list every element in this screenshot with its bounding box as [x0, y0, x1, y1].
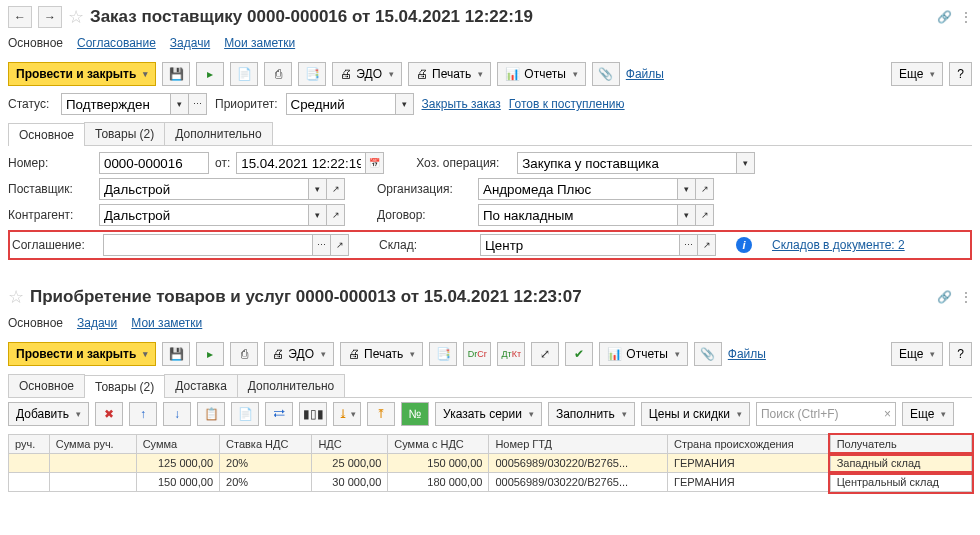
org-open-icon[interactable]: ↗	[696, 178, 714, 200]
col-sum[interactable]: Сумма	[136, 435, 219, 454]
series-button[interactable]: Указать серии	[435, 402, 542, 426]
ready-receive-link[interactable]: Готов к поступлению	[509, 97, 625, 111]
tab-goods[interactable]: Товары (2)	[84, 122, 165, 145]
n-icon[interactable]: №	[401, 402, 429, 426]
warehouse-input[interactable]	[480, 234, 680, 256]
number-input[interactable]	[99, 152, 209, 174]
kebab-icon[interactable]: ⋮	[960, 10, 972, 24]
nav-notes[interactable]: Мои заметки	[224, 36, 295, 50]
more-button2[interactable]: Еще	[891, 342, 943, 366]
scan-icon[interactable]: ⎙	[264, 62, 292, 86]
edo-button[interactable]: 🖨 ЭДО	[332, 62, 402, 86]
col-manual[interactable]: руч.	[9, 435, 50, 454]
org-input[interactable]	[478, 178, 678, 200]
edo-button2[interactable]: 🖨 ЭДО	[264, 342, 334, 366]
drcr-icon[interactable]: DrCr	[463, 342, 491, 366]
col-vat[interactable]: НДС	[312, 435, 388, 454]
create-based-icon[interactable]: 📄	[230, 62, 258, 86]
nav-approval[interactable]: Согласование	[77, 36, 156, 50]
move-up-icon[interactable]: ↑	[129, 402, 157, 426]
col-vat-rate[interactable]: Ставка НДС	[220, 435, 312, 454]
doc-icon2[interactable]: 📑	[429, 342, 457, 366]
help-button2[interactable]: ?	[949, 342, 972, 366]
table-row[interactable]: 125 000,00 20% 25 000,00 150 000,00 0005…	[9, 454, 972, 473]
nav-main2[interactable]: Основное	[8, 316, 63, 330]
contract-dropdown-icon[interactable]: ▾	[678, 204, 696, 226]
import-icon[interactable]: ⤒	[367, 402, 395, 426]
nav-tasks2[interactable]: Задачи	[77, 316, 117, 330]
scan-icon2[interactable]: ⎙	[230, 342, 258, 366]
paste-row-icon[interactable]: 📄	[231, 402, 259, 426]
post-icon[interactable]: ▸	[196, 62, 224, 86]
agree-ellipsis-icon[interactable]: ⋯	[313, 234, 331, 256]
check-icon[interactable]: ✔	[565, 342, 593, 366]
post-close-button[interactable]: Провести и закрыть	[8, 62, 156, 86]
reports-button2[interactable]: 📊 Отчеты	[599, 342, 687, 366]
help-button[interactable]: ?	[949, 62, 972, 86]
nav-main[interactable]: Основное	[8, 36, 63, 50]
col-country[interactable]: Страна происхождения	[667, 435, 830, 454]
more-button3[interactable]: Еще	[902, 402, 954, 426]
print-button[interactable]: 🖨 Печать	[408, 62, 491, 86]
fill-button[interactable]: Заполнить	[548, 402, 635, 426]
supplier-dropdown-icon[interactable]: ▾	[309, 178, 327, 200]
attach-icon2[interactable]: 📎	[694, 342, 722, 366]
nav-back-button[interactable]: ←	[8, 6, 32, 28]
op-dropdown-icon[interactable]: ▾	[737, 152, 755, 174]
reports-button[interactable]: 📊 Отчеты	[497, 62, 585, 86]
save-icon[interactable]: 💾	[162, 62, 190, 86]
tab-main[interactable]: Основное	[8, 123, 85, 146]
date-input[interactable]	[236, 152, 366, 174]
delete-row-icon[interactable]: ✖	[95, 402, 123, 426]
kebab-icon[interactable]: ⋮	[960, 290, 972, 304]
tab-main2[interactable]: Основное	[8, 374, 85, 397]
share-icon[interactable]: ⮂	[265, 402, 293, 426]
tab-extra[interactable]: Дополнительно	[164, 122, 272, 145]
supplier-input[interactable]	[99, 178, 309, 200]
star-icon[interactable]: ☆	[8, 286, 24, 308]
files-link2[interactable]: Файлы	[728, 347, 766, 361]
clear-search-icon[interactable]: ×	[884, 407, 891, 421]
contract-open-icon[interactable]: ↗	[696, 204, 714, 226]
col-sum-vat[interactable]: Сумма с НДС	[388, 435, 489, 454]
nav-notes2[interactable]: Мои заметки	[131, 316, 202, 330]
supplier-open-icon[interactable]: ↗	[327, 178, 345, 200]
status-input[interactable]	[61, 93, 171, 115]
link-icon[interactable]: 🔗	[937, 290, 952, 304]
nav-forward-button[interactable]: →	[38, 6, 62, 28]
add-button[interactable]: Добавить	[8, 402, 89, 426]
agree-input[interactable]	[103, 234, 313, 256]
link-icon[interactable]: 🔗	[937, 10, 952, 24]
status-hist-icon[interactable]: ⋯	[189, 93, 207, 115]
tab-delivery2[interactable]: Доставка	[164, 374, 238, 397]
star-icon[interactable]: ☆	[68, 6, 84, 28]
col-sum-manual[interactable]: Сумма руч.	[49, 435, 136, 454]
nav-tasks[interactable]: Задачи	[170, 36, 210, 50]
warehouses-info-link[interactable]: Складов в документе: 2	[772, 238, 905, 252]
search-input[interactable]: Поиск (Ctrl+F) ×	[756, 402, 896, 426]
info-icon[interactable]: i	[736, 237, 752, 253]
contract-input[interactable]	[478, 204, 678, 226]
op-input[interactable]	[517, 152, 737, 174]
expand-icon[interactable]: ⤢	[531, 342, 559, 366]
agree-open-icon[interactable]: ↗	[331, 234, 349, 256]
copy-row-icon[interactable]: 📋	[197, 402, 225, 426]
priority-input[interactable]	[286, 93, 396, 115]
barcode-icon[interactable]: ▮▯▮	[299, 402, 327, 426]
org-dropdown-icon[interactable]: ▾	[678, 178, 696, 200]
tab-goods2[interactable]: Товары (2)	[84, 375, 165, 398]
export-icon[interactable]: ⤓	[333, 402, 361, 426]
warehouse-ellipsis-icon[interactable]: ⋯	[680, 234, 698, 256]
files-link[interactable]: Файлы	[626, 67, 664, 81]
save-icon2[interactable]: 💾	[162, 342, 190, 366]
contr-open-icon[interactable]: ↗	[327, 204, 345, 226]
col-gtd[interactable]: Номер ГТД	[489, 435, 668, 454]
status-dropdown-icon[interactable]: ▾	[171, 93, 189, 115]
close-order-link[interactable]: Закрыть заказ	[422, 97, 501, 111]
prices-button[interactable]: Цены и скидки	[641, 402, 750, 426]
post-icon2[interactable]: ▸	[196, 342, 224, 366]
copy-icon[interactable]: 📑	[298, 62, 326, 86]
calendar-icon[interactable]: 📅	[366, 152, 384, 174]
more-button[interactable]: Еще	[891, 62, 943, 86]
warehouse-open-icon[interactable]: ↗	[698, 234, 716, 256]
